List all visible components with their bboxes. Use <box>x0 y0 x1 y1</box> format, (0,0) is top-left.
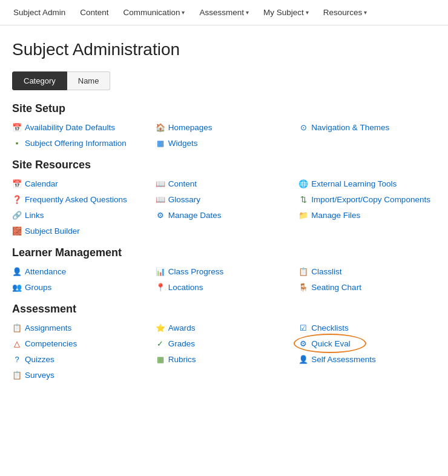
class-progress-icon: 📊 <box>156 266 165 276</box>
manage-files-icon: 📁 <box>298 210 308 220</box>
external-learning-icon: 🌐 <box>298 179 308 188</box>
rubrics-link[interactable]: Rubrics <box>168 355 196 364</box>
glossary-icon: 📖 <box>156 194 165 204</box>
awards-link[interactable]: Awards <box>168 323 196 332</box>
faq-link[interactable]: Frequently Asked Questions <box>25 195 127 204</box>
list-item: 📖 Glossary <box>156 193 293 205</box>
rubrics-icon: ▦ <box>156 354 165 364</box>
availability-date-defaults-link[interactable]: Availability Date Defaults <box>25 123 115 132</box>
list-item: 👥 Groups <box>12 281 150 293</box>
groups-icon: 👥 <box>12 282 22 292</box>
list-item: 📊 Class Progress <box>156 265 293 277</box>
competencies-link[interactable]: Competencies <box>25 339 77 348</box>
quick-eval-link[interactable]: Quick Eval <box>311 339 351 348</box>
class-progress-link[interactable]: Class Progress <box>168 267 224 276</box>
nav-bar: Subject Admin Content Communication ▾ As… <box>0 0 448 25</box>
list-item: ▦ Rubrics <box>156 353 293 365</box>
nav-content[interactable]: Content <box>74 3 114 22</box>
list-item: ▦ Widgets <box>156 137 293 149</box>
list-item: 📍 Locations <box>156 281 293 293</box>
nav-assessment[interactable]: Assessment ▾ <box>193 3 255 22</box>
competencies-icon: △ <box>12 339 22 348</box>
grades-icon: ✓ <box>156 339 165 348</box>
list-item: 📅 Availability Date Defaults <box>12 121 150 133</box>
attendance-icon: 👤 <box>12 266 22 276</box>
home-icon: 🏠 <box>156 122 165 132</box>
list-item: ⊙ Navigation & Themes <box>298 121 436 133</box>
quizzes-link[interactable]: Quizzes <box>25 355 54 364</box>
links-icon: 🔗 <box>12 210 22 220</box>
nav-resources[interactable]: Resources ▾ <box>317 3 374 22</box>
calendar-icon: 📅 <box>12 122 22 132</box>
checklists-icon: ☑ <box>298 323 308 332</box>
content-icon: 📖 <box>156 179 165 188</box>
list-item: 🌐 External Learning Tools <box>298 177 436 190</box>
list-item: △ Competencies <box>12 337 150 349</box>
self-assessments-link[interactable]: Self Assessments <box>311 355 376 364</box>
calendar-icon: 📅 <box>12 179 22 188</box>
list-item: ☑ Checklists <box>298 322 436 334</box>
nav-my-subject[interactable]: My Subject ▾ <box>257 3 315 22</box>
classlist-link[interactable]: Classlist <box>311 267 341 276</box>
quick-eval-icon: ⚙ <box>298 339 308 348</box>
glossary-link[interactable]: Glossary <box>168 195 200 204</box>
list-item: ⚙ Manage Dates <box>156 209 293 221</box>
manage-dates-link[interactable]: Manage Dates <box>168 211 222 220</box>
checklists-link[interactable]: Checklists <box>311 323 349 332</box>
seating-chart-link[interactable]: Seating Chart <box>311 283 361 292</box>
list-item: ⭐ Awards <box>156 322 293 334</box>
list-item: 📅 Calendar <box>12 177 150 190</box>
tab-category[interactable]: Category <box>12 71 67 90</box>
seating-chart-icon: 🪑 <box>298 282 308 292</box>
grades-link[interactable]: Grades <box>168 339 195 348</box>
locations-link[interactable]: Locations <box>168 283 203 292</box>
subject-offering-icon: ▪ <box>12 138 22 148</box>
section-assessment: Assessment <box>12 303 436 316</box>
nav-communication[interactable]: Communication ▾ <box>117 3 191 22</box>
assignments-icon: 📋 <box>12 323 22 332</box>
list-item: 📁 Manage Files <box>298 209 436 221</box>
content-link[interactable]: Content <box>168 179 197 188</box>
quick-eval-item: ⚙ Quick Eval <box>298 337 436 349</box>
section-site-resources: Site Resources <box>12 159 436 171</box>
import-export-icon: ⇅ <box>298 194 308 204</box>
links-link[interactable]: Links <box>25 211 44 220</box>
list-item: 📋 Surveys <box>12 369 150 381</box>
subject-builder-link[interactable]: Subject Builder <box>25 226 80 236</box>
manage-files-link[interactable]: Manage Files <box>311 211 360 220</box>
manage-dates-icon: ⚙ <box>156 210 165 220</box>
section-site-setup: Site Setup <box>12 102 436 115</box>
homepages-link[interactable]: Homepages <box>168 123 212 132</box>
tab-group: Category Name <box>12 71 436 90</box>
surveys-link[interactable]: Surveys <box>25 371 54 380</box>
assignments-link[interactable]: Assignments <box>25 323 71 332</box>
awards-icon: ⭐ <box>156 323 165 332</box>
widgets-link[interactable]: Widgets <box>168 139 198 148</box>
page-title: Subject Administration <box>12 40 436 59</box>
learner-management-grid: 👤 Attendance 📊 Class Progress 📋 Classlis… <box>12 265 436 293</box>
list-item: 🏠 Homepages <box>156 121 293 133</box>
surveys-icon: 📋 <box>12 370 22 380</box>
assessment-grid: 📋 Assignments ⭐ Awards ☑ Checklists △ Co… <box>12 322 436 381</box>
chevron-down-icon: ▾ <box>364 9 367 16</box>
list-item: 📋 Classlist <box>298 265 436 277</box>
list-item: 📋 Assignments <box>12 322 150 334</box>
subject-offering-info-link[interactable]: Subject Offering Information <box>25 139 127 148</box>
classlist-icon: 📋 <box>298 266 308 276</box>
external-learning-link[interactable]: External Learning Tools <box>311 179 397 188</box>
section-learner-management: Learner Management <box>12 246 436 259</box>
navigation-themes-link[interactable]: Navigation & Themes <box>311 123 389 132</box>
list-item: 🧱 Subject Builder <box>12 225 150 237</box>
groups-link[interactable]: Groups <box>25 283 51 292</box>
list-item: 📖 Content <box>156 177 293 190</box>
attendance-link[interactable]: Attendance <box>25 267 66 276</box>
tab-name[interactable]: Name <box>67 71 111 90</box>
calendar-link[interactable]: Calendar <box>25 179 58 188</box>
list-item: 👤 Attendance <box>12 265 150 277</box>
chevron-down-icon: ▾ <box>182 9 185 16</box>
nav-subject-admin[interactable]: Subject Admin <box>7 3 71 22</box>
list-item: ⇅ Import/Export/Copy Components <box>298 193 436 205</box>
chevron-down-icon: ▾ <box>246 9 249 16</box>
list-item: ✓ Grades <box>156 337 293 349</box>
import-export-link[interactable]: Import/Export/Copy Components <box>311 195 430 204</box>
